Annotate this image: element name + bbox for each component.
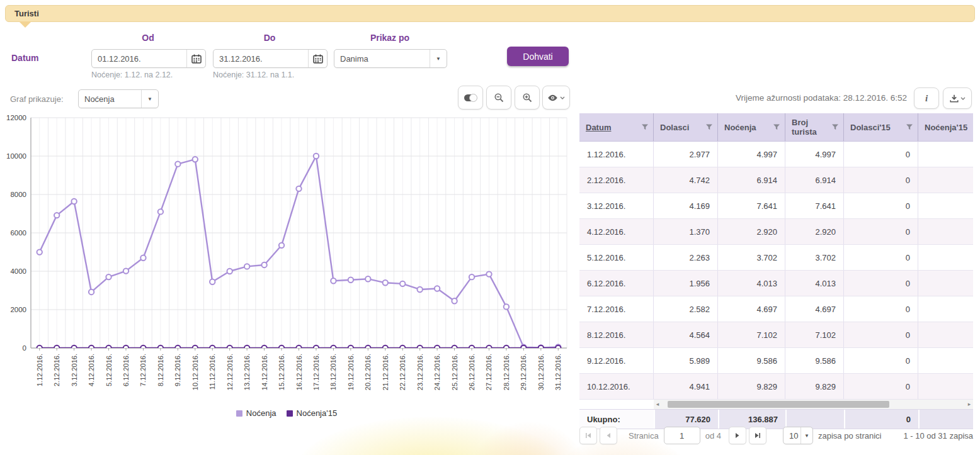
table-cell: 4.12.2016. xyxy=(579,219,654,244)
chevron-down-icon xyxy=(560,96,565,99)
svg-text:25.12.2016.: 25.12.2016. xyxy=(451,354,459,390)
dohvati-button[interactable]: Dohvati xyxy=(507,47,569,66)
filter-icon[interactable] xyxy=(706,124,712,130)
scroll-right-icon[interactable]: ▸ xyxy=(966,400,973,409)
page-number-input[interactable] xyxy=(664,427,700,444)
table-cell: 2.920 xyxy=(718,219,785,244)
data-updated-text: Vrijeme ažurnosti podataka: 28.12.2016. … xyxy=(687,93,907,103)
table-cell: 10.12.2016. xyxy=(579,374,654,399)
chart-legend: NoćenjaNoćenja'15 xyxy=(0,408,573,418)
total-label: Ukupno: xyxy=(579,410,654,429)
table-cell: 0 xyxy=(844,167,918,193)
column-label: Broj turista xyxy=(792,118,832,137)
zoom-out-button[interactable] xyxy=(486,86,511,110)
turisti-tab[interactable]: Turisti xyxy=(5,5,975,22)
column-header-no-enja[interactable]: Noćenja xyxy=(718,113,785,141)
chart-toggle-button[interactable] xyxy=(458,86,483,110)
column-label: Noćenja xyxy=(724,123,773,132)
chevron-down-icon xyxy=(960,97,966,100)
table-cell: 0 xyxy=(844,271,918,296)
download-icon xyxy=(950,94,959,103)
graf-prikazuje-label: Graf prikazuje: xyxy=(10,94,64,104)
zoom-in-button[interactable] xyxy=(515,86,540,110)
prev-page-button[interactable] xyxy=(600,427,617,444)
scroll-left-icon[interactable]: ◂ xyxy=(654,400,661,409)
filter-icon[interactable] xyxy=(773,124,780,130)
table-cell: 2.582 xyxy=(654,296,718,322)
scrollbar-thumb[interactable] xyxy=(668,401,890,408)
last-page-button[interactable] xyxy=(749,427,766,444)
prikaz-po-select[interactable]: Danima ▼ xyxy=(334,49,447,68)
svg-text:2.12.2016.: 2.12.2016. xyxy=(53,354,60,386)
table-row: 4.12.2016.1.3702.9202.9200 xyxy=(579,219,973,245)
table-cell: 6.12.2016. xyxy=(579,271,654,296)
filter-icon[interactable] xyxy=(832,124,838,130)
legend-item[interactable]: Noćenja xyxy=(236,408,276,418)
record-range-text: 1 - 10 od 31 zapisa xyxy=(903,431,973,441)
column-header-broj-turista[interactable]: Broj turista xyxy=(785,113,844,141)
table-cell: 8.12.2016. xyxy=(579,322,654,347)
svg-text:4000: 4000 xyxy=(10,267,26,275)
table-cell: 9.586 xyxy=(718,348,785,373)
table-cell: 4.013 xyxy=(718,271,785,296)
svg-text:23.12.2016.: 23.12.2016. xyxy=(416,354,424,390)
svg-text:28.12.2016.: 28.12.2016. xyxy=(503,354,510,390)
page-size-select[interactable]: 10 ▼ xyxy=(783,427,813,444)
svg-text:4.12.2016.: 4.12.2016. xyxy=(88,354,95,386)
table-cell: 9.586 xyxy=(785,348,844,373)
table-cell: 0 xyxy=(844,296,918,322)
calendar-icon[interactable] xyxy=(308,50,327,67)
table-cell: 2.977 xyxy=(654,142,718,167)
column-header-datum[interactable]: Datum xyxy=(579,113,654,141)
legend-item[interactable]: Noćenja'15 xyxy=(287,408,338,418)
table-cell: 4.997 xyxy=(785,142,844,167)
info-button[interactable]: i xyxy=(914,87,939,109)
table-cell: 6.914 xyxy=(718,167,785,193)
table-cell: 0 xyxy=(844,374,918,399)
table-cell: 4.697 xyxy=(718,296,785,322)
table-cell xyxy=(918,296,973,322)
table-cell: 3.702 xyxy=(718,245,785,270)
filter-icon[interactable] xyxy=(642,124,648,130)
table-horizontal-scrollbar[interactable]: ◂ ▸ xyxy=(654,400,973,409)
svg-text:24.12.2016.: 24.12.2016. xyxy=(433,354,441,390)
svg-text:5.12.2016.: 5.12.2016. xyxy=(105,354,113,386)
filter-icon[interactable] xyxy=(906,124,913,130)
scrollbar-track[interactable] xyxy=(661,401,966,408)
table-cell: 7.102 xyxy=(718,322,785,347)
od-hint: Noćenje: 1.12. na 2.12. xyxy=(91,70,173,79)
table-row: 10.12.2016.4.9419.8299.8290 xyxy=(579,374,973,400)
next-page-button[interactable] xyxy=(729,427,746,444)
table-cell xyxy=(918,193,973,218)
next-page-icon xyxy=(734,432,741,439)
calendar-icon[interactable] xyxy=(186,50,205,67)
column-label: Noćenja'15 xyxy=(925,123,968,132)
column-header-dolasci[interactable]: Dolasci xyxy=(654,113,718,141)
table-cell xyxy=(918,271,973,296)
column-header-no-enja-15[interactable]: Noćenja'15 xyxy=(918,113,973,141)
first-page-button[interactable] xyxy=(579,427,597,444)
table-cell xyxy=(918,142,973,167)
date-to-input[interactable] xyxy=(214,54,308,64)
table-cell: 0 xyxy=(844,322,918,347)
legend-swatch xyxy=(236,410,242,417)
series-visibility-button[interactable] xyxy=(542,86,570,110)
table-row: 5.12.2016.2.2633.7023.7020 xyxy=(579,245,973,271)
date-from-input[interactable] xyxy=(92,54,186,64)
page-of-label: od 4 xyxy=(705,431,721,441)
info-icon: i xyxy=(925,93,928,104)
svg-text:21.12.2016.: 21.12.2016. xyxy=(382,354,389,390)
column-header-dolasci-15[interactable]: Dolasci'15 xyxy=(844,113,918,141)
pagination: Stranica od 4 10 ▼ zapisa po stranici 1 … xyxy=(579,427,973,444)
table-cell: 6.914 xyxy=(785,167,844,193)
svg-text:29.12.2016.: 29.12.2016. xyxy=(520,354,527,390)
table-cell: 7.102 xyxy=(785,322,844,347)
download-button[interactable] xyxy=(943,87,972,109)
legend-swatch xyxy=(287,410,293,417)
svg-text:12.12.2016.: 12.12.2016. xyxy=(226,354,234,390)
table-cell xyxy=(918,219,973,244)
table-cell: 1.370 xyxy=(654,219,718,244)
graf-prikazuje-select[interactable]: Noćenja ▼ xyxy=(78,89,159,108)
table-body: 1.12.2016.2.9774.9974.99702.12.2016.4.74… xyxy=(579,142,973,400)
table-row: 9.12.2016.5.9899.5869.5860 xyxy=(579,348,973,374)
